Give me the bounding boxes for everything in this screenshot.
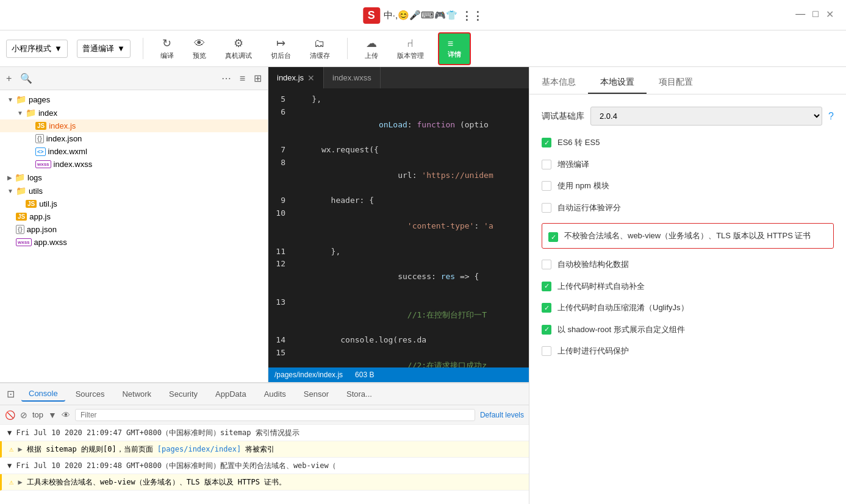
- tab-index-js[interactable]: index.js ✕: [268, 67, 324, 88]
- version-button[interactable]: ⑁ 版本管理: [392, 35, 429, 63]
- line-number: 11: [273, 246, 293, 258]
- block-console-button[interactable]: ⊘: [20, 410, 27, 420]
- folder-icon: 📁: [16, 94, 26, 104]
- close-button[interactable]: ✕: [826, 9, 834, 20]
- sort-button[interactable]: ≡: [238, 72, 246, 85]
- tab-sources[interactable]: Sources: [68, 387, 112, 401]
- log-expand-icon[interactable]: ▼: [7, 461, 12, 470]
- code-view[interactable]: 5 }, 6 onLoad: function (optio 7 wx.requ…: [268, 88, 529, 367]
- logo-grid: ⋮⋮: [461, 9, 483, 23]
- search-button[interactable]: 🔍: [19, 71, 34, 85]
- tab-storage[interactable]: Stora...: [339, 387, 379, 401]
- log-text: 根据 sitemap 的规则[0]，当前页面 [pages/index/inde…: [27, 445, 274, 453]
- log-expand-icon[interactable]: ▶: [18, 445, 26, 453]
- tab-index-wxss[interactable]: index.wxss: [324, 67, 381, 88]
- minimize-button[interactable]: —: [795, 9, 805, 20]
- show-output-button[interactable]: 👁: [62, 410, 70, 420]
- selector-arrow[interactable]: ▼: [48, 410, 57, 420]
- autostyle-checkbox[interactable]: [542, 282, 551, 291]
- line-content: 'content-type': 'a: [293, 207, 524, 245]
- debug-lib-label: 调试基础库: [542, 111, 584, 122]
- sidebar-item-app-js[interactable]: JS app.js: [0, 210, 268, 223]
- autorun-checkbox[interactable]: [542, 203, 551, 213]
- console-dock-icon[interactable]: ⊡: [3, 388, 18, 400]
- line-number: 14: [273, 334, 293, 347]
- preview-button[interactable]: 👁 预览: [188, 35, 211, 63]
- sidebar-item-util-js[interactable]: JS util.js: [0, 197, 268, 210]
- sidebar-item-app-wxss[interactable]: wxss app.wxss: [0, 236, 268, 249]
- tab-basic-info[interactable]: 基本信息: [529, 72, 588, 94]
- uglify-checkbox[interactable]: [542, 303, 551, 313]
- tab-local-settings[interactable]: 本地设置: [588, 72, 647, 94]
- compile-button[interactable]: ↻ 编译: [156, 34, 179, 63]
- tree-label: logs: [27, 173, 42, 182]
- nodomain-checkbox[interactable]: [548, 232, 558, 242]
- code-line: 5 },: [268, 93, 529, 106]
- tab-project-config[interactable]: 项目配置: [647, 72, 705, 94]
- sidebar-item-pages[interactable]: ▼ 📁 pages: [0, 93, 268, 106]
- shadowroot-checkbox[interactable]: [542, 325, 551, 335]
- autostyle-label: 上传代码时样式自动补全: [557, 280, 645, 293]
- sidebar-item-index-js[interactable]: JS index.js: [0, 119, 268, 132]
- tab-security[interactable]: Security: [162, 387, 205, 401]
- line-number: 13: [273, 296, 293, 334]
- enhance-checkbox[interactable]: [542, 160, 551, 169]
- sidebar-item-index-wxss[interactable]: wxss index.wxss: [0, 158, 268, 171]
- npm-checkbox[interactable]: [542, 181, 551, 191]
- compile-select[interactable]: 普通编译 ▼: [77, 40, 131, 58]
- tab-close-icon[interactable]: ✕: [307, 73, 315, 83]
- code-editor: index.js ✕ index.wxss 5 }, 6: [268, 67, 529, 382]
- log-expand-icon[interactable]: ▼: [7, 428, 12, 437]
- clear-console-button[interactable]: 🚫: [5, 410, 15, 420]
- tab-appdata[interactable]: AppData: [208, 387, 254, 401]
- clear-button[interactable]: 🗂 清缓存: [305, 35, 335, 63]
- codeprotect-checkbox[interactable]: [542, 346, 551, 356]
- restore-button[interactable]: □: [812, 9, 819, 20]
- tab-network[interactable]: Network: [115, 387, 159, 401]
- sidebar-item-index-folder[interactable]: ▼ 📁 index: [0, 106, 268, 119]
- tree-label: util.js: [39, 199, 57, 208]
- tab-sensor[interactable]: Sensor: [296, 387, 336, 401]
- debug-btn-label: 真机调试: [225, 51, 252, 60]
- enhance-setting-row: 增强编译: [542, 158, 834, 171]
- es6-checkbox[interactable]: [542, 138, 551, 147]
- debug-button[interactable]: ⚙ 真机调试: [220, 34, 257, 63]
- backend-btn-label: 切后台: [271, 51, 291, 60]
- detail-button[interactable]: ≡ 详情: [438, 32, 471, 65]
- file-tree: + 🔍 ⋯ ≡ ⊞ ▼ 📁 pages: [0, 67, 268, 382]
- line-number: 5: [273, 93, 293, 106]
- code-line: 7 wx.request({: [268, 144, 529, 157]
- wxss-icon: wxss: [16, 238, 32, 246]
- default-levels-button[interactable]: Default levels: [480, 411, 524, 419]
- file-path: /pages/index/index.js: [274, 371, 343, 379]
- mode-select[interactable]: 小程序模式 ▼: [6, 40, 68, 58]
- log-expand-icon[interactable]: ▶: [18, 478, 26, 486]
- sidebar-item-utils[interactable]: ▼ 📁 utils: [0, 184, 268, 197]
- sidebar-item-index-wxml[interactable]: <> index.wxml: [0, 145, 268, 158]
- refresh-button[interactable]: ⊞: [253, 71, 263, 85]
- tab-console[interactable]: Console: [21, 386, 65, 402]
- sidebar-item-app-json[interactable]: {} app.json: [0, 223, 268, 236]
- line-content: wx.request({: [293, 144, 524, 157]
- sidebar-item-logs[interactable]: ▶ 📁 logs: [0, 171, 268, 184]
- line-content: onLoad: function (optio: [293, 106, 524, 144]
- upload-button[interactable]: ☁ 上传: [360, 34, 383, 63]
- nodomain-setting-row: 不校验合法域名、web-view（业务域名）、TLS 版本以及 HTTPS 证书: [542, 223, 834, 249]
- debug-lib-select[interactable]: 2.0.4: [590, 107, 822, 126]
- add-file-button[interactable]: +: [5, 72, 13, 85]
- autocheck-checkbox[interactable]: [542, 260, 551, 269]
- divider-2: [347, 38, 348, 59]
- collapse-button[interactable]: ⋯: [220, 71, 232, 85]
- uglify-label: 上传代码时自动压缩混淆（UglifyJs）: [557, 302, 689, 314]
- expand-arrow: ▼: [7, 96, 13, 103]
- console-filter-input[interactable]: [75, 409, 475, 421]
- sidebar-item-index-json[interactable]: {} index.json: [0, 132, 268, 145]
- log-line-3: ▼ Fri Jul 10 2020 21:09:48 GMT+0800（中国标准…: [0, 458, 529, 474]
- help-icon[interactable]: ?: [828, 111, 834, 122]
- tab-audits[interactable]: Audits: [257, 387, 293, 401]
- uglify-setting-row: 上传代码时自动压缩混淆（UglifyJs）: [542, 302, 834, 314]
- console-output: ▼ Fri Jul 10 2020 21:09:47 GMT+0800（中国标准…: [0, 425, 529, 504]
- compile-label: 普通编译: [82, 43, 114, 54]
- backend-button[interactable]: ↦ 切后台: [266, 34, 296, 63]
- autocheck-setting-row: 自动校验结构化数据: [542, 258, 834, 271]
